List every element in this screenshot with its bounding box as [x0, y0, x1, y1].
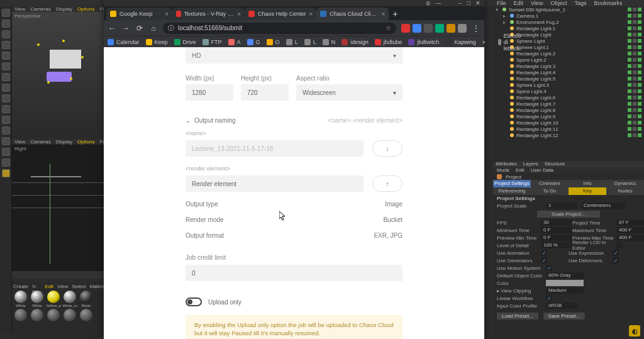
proj-tab[interactable]: Referencing [493, 187, 531, 195]
attr-subtab[interactable]: Mode [497, 167, 509, 174]
project-scale-value[interactable]: 1 [546, 203, 577, 209]
tab-close-icon[interactable]: × [237, 11, 241, 18]
projtime-value[interactable]: 87 F [616, 220, 644, 226]
expr-check[interactable] [613, 250, 619, 256]
bookmark-item[interactable]: O [267, 39, 280, 45]
window-close-icon[interactable]: ✕ [475, 0, 480, 6]
object-row[interactable]: Rectangle Light.11 [493, 126, 644, 132]
object-row[interactable]: Rectangle Light.4 [493, 69, 644, 75]
attr-subtab[interactable]: User Data [531, 167, 553, 174]
bookmark-item[interactable]: idesign [341, 39, 369, 45]
viewport-menu-item[interactable]: Cameras [30, 6, 50, 12]
bookmark-item[interactable]: jbdtwitch [408, 39, 439, 45]
extension-icon[interactable] [413, 24, 421, 33]
extension-icon[interactable] [401, 24, 410, 33]
c4d-menu-item[interactable]: Tags [574, 0, 586, 6]
object-row[interactable]: ▸Environment Fog.2 [493, 19, 644, 25]
material-menu-item[interactable]: Select [72, 284, 86, 289]
c4d-right-menubar[interactable]: FileEditViewObjectTagsBookmarks [493, 0, 644, 6]
defcol-value[interactable]: 60% Gray [546, 272, 584, 279]
proj-tab[interactable]: Key Interpolation [569, 187, 606, 195]
browser-tab[interactable]: Chaos Cloud Client× [316, 8, 389, 20]
home-button[interactable]: ⌂ [149, 24, 158, 33]
bookmark-item[interactable]: Kapwing [445, 39, 476, 45]
mintime-value[interactable]: 0 F [541, 227, 572, 233]
scale-project-button[interactable]: Scale Project... [537, 211, 600, 218]
material-item[interactable]: White_m [62, 291, 77, 308]
height-input[interactable]: 720 [241, 84, 289, 101]
width-input[interactable]: 1280 [186, 84, 233, 101]
bookmarks-overflow[interactable]: » [482, 39, 486, 45]
resolution-preset-select[interactable]: HD▾ [186, 47, 402, 64]
project-scale-unit[interactable]: Centimeters [581, 203, 625, 209]
new-tab-button[interactable]: + [389, 8, 401, 20]
proj-tab[interactable]: To Do [531, 187, 569, 195]
window-new-icon[interactable]: ⊘ [426, 0, 431, 6]
proj-tab[interactable]: Cineware [531, 180, 569, 187]
extension-icon[interactable] [458, 24, 467, 33]
maxtime-value[interactable]: 400 F [616, 227, 644, 233]
lod-value[interactable]: 100 % [541, 242, 572, 248]
object-row[interactable]: Rectangle Light.2 [493, 50, 644, 57]
c4d-tool-strip[interactable] [0, 6, 12, 333]
window-sep-icon[interactable]: — [436, 0, 441, 6]
material-item[interactable]: Black [79, 291, 94, 308]
aspect-select[interactable]: Widescreen▾ [296, 84, 402, 101]
site-info-icon[interactable]: ⓘ [168, 24, 174, 33]
url-field[interactable]: ⓘ localhost:51669/submit ☆ [163, 23, 396, 34]
proj-tab[interactable]: Nodes [606, 187, 644, 195]
c4d-menu-item[interactable]: Bookmarks [594, 0, 622, 6]
object-row[interactable]: Rectangle Light.3 [493, 63, 644, 69]
object-row[interactable]: Sphere Light.3 [493, 82, 644, 88]
viewport-menu-item[interactable]: View [14, 6, 25, 12]
move-up-button[interactable]: ↑ [372, 175, 402, 192]
object-row[interactable]: Rectangle Light.9 [493, 113, 644, 119]
proj-tab[interactable]: Project Settings [493, 180, 531, 187]
credit-limit-input[interactable]: 0 [186, 265, 402, 281]
reload-button[interactable]: ⟳ [135, 24, 144, 33]
object-row[interactable]: Rectangle Light.1 [493, 25, 644, 31]
c4d-menu-item[interactable]: View [531, 0, 543, 6]
fps-value[interactable]: 30 [541, 220, 572, 226]
name-input[interactable]: Lezione_13-2021-11-5-17-16 [186, 140, 364, 157]
c4d-menu-item[interactable]: Object [550, 0, 567, 6]
object-row[interactable]: Rectangle Light.6 [493, 94, 644, 101]
attr-tab[interactable]: Layers [523, 161, 538, 167]
browser-tab[interactable]: Textures - V-Ray 5 for Cin× [172, 8, 245, 20]
viewport-menu-item[interactable]: Options [77, 139, 95, 145]
reading-list[interactable]: Elenco di lettura [498, 33, 525, 52]
object-row[interactable]: Rectangle Light.7 [493, 101, 644, 107]
bookmark-item[interactable]: jbdtube [375, 39, 402, 45]
proj-tab[interactable]: Info [569, 180, 606, 187]
color-swatch[interactable] [546, 280, 584, 286]
bookmark-item[interactable]: N [323, 39, 336, 45]
bookmark-item[interactable]: Keep [146, 39, 168, 45]
bookmark-item[interactable]: G [247, 39, 260, 45]
chevron-down-icon[interactable]: ⌄ [186, 117, 191, 124]
bookmark-item[interactable]: FTP [203, 39, 222, 45]
c4d-menu-item[interactable]: File [497, 0, 506, 6]
save-preset-button[interactable]: Save Preset... [543, 313, 585, 320]
gen-check[interactable] [541, 257, 547, 264]
extension-icon[interactable] [424, 24, 433, 33]
object-row[interactable]: Rectangle Light.12 [493, 132, 644, 138]
object-row[interactable]: ▸Camera.1 [493, 13, 644, 19]
move-down-button[interactable]: ↓ [372, 140, 402, 157]
bookmark-item[interactable]: A [228, 39, 241, 45]
vclip-value[interactable]: Medium [546, 287, 584, 294]
load-preset-button[interactable]: Load Preset... [497, 313, 538, 320]
object-manager[interactable]: ▾Sunset 030 lightsource_1▸Camera.1▸Envir… [493, 6, 644, 161]
browser-tab[interactable]: Google Keep× [106, 8, 172, 20]
object-row[interactable]: Rectangle Light.10 [493, 119, 644, 126]
object-row[interactable]: Rectangle Light.8 [493, 107, 644, 113]
c4d-timeline[interactable] [12, 271, 104, 279]
prevmin-value[interactable]: 0 F [541, 235, 572, 241]
material-manager[interactable]: CreateV-RayEditViewSelectMaterial WhiteW… [12, 282, 104, 339]
material-menu-item[interactable]: Edit [45, 284, 53, 289]
tab-close-icon[interactable]: × [165, 11, 169, 18]
extension-icon[interactable] [435, 24, 444, 33]
browser-tab[interactable]: Chaos Help Center× [245, 8, 316, 20]
attr-tab[interactable]: Attributes [496, 161, 517, 167]
bookmark-item[interactable]: Calendar [108, 39, 140, 45]
window-minimize-icon[interactable]: – [459, 0, 462, 6]
